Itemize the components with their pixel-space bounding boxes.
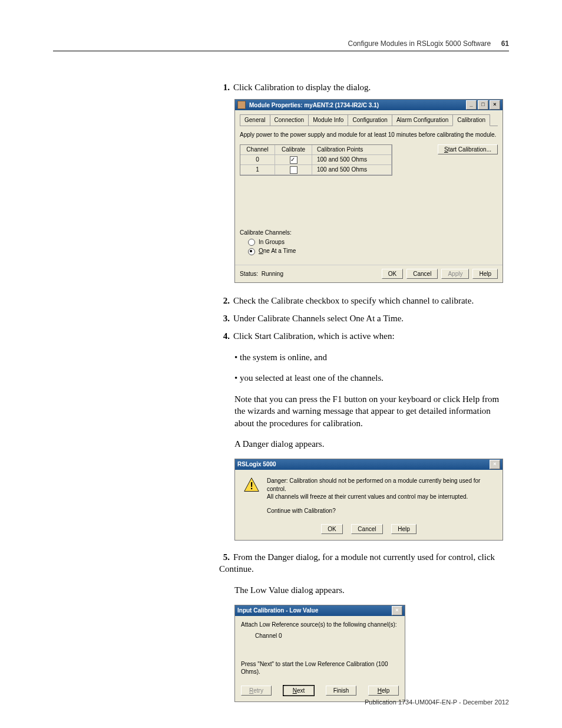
step-5: 5.From the Danger dialog, for a module n… — [219, 551, 509, 575]
low-value-title: Input Calibration - Low Value — [237, 607, 318, 615]
step-1: 1.Click Calibration to display the dialo… — [219, 81, 509, 93]
warning-icon: ! — [243, 477, 260, 493]
lv-line1: Attach Low Reference source(s) to the fo… — [241, 621, 399, 629]
lv-line3: Press "Next" to start the Low Reference … — [241, 660, 399, 676]
step-4-note: Note that you can press the F1 button on… — [234, 393, 509, 429]
grid-row-0: 0 100 and 500 Ohms — [240, 155, 392, 165]
step-4-bullet-2: • you selected at least one of the chann… — [243, 372, 509, 384]
page-number: 61 — [501, 39, 509, 48]
next-button[interactable]: Next — [283, 686, 314, 696]
channel-grid: Channel Calibrate Calibration Points 0 1… — [240, 144, 392, 176]
step-2: 2.Check the Calibrate checkbox to specif… — [219, 295, 509, 307]
header-rule — [53, 51, 509, 51]
help-button[interactable]: Help — [472, 269, 498, 279]
danger-line-2: All channels will freeze at their curren… — [267, 493, 494, 501]
finish-button[interactable]: Finish — [326, 686, 356, 696]
danger-dialog: RSLogix 5000 × ! Danger: Calibration sho… — [234, 459, 503, 541]
tab-connection[interactable]: Connection — [270, 114, 309, 126]
lv-help-button[interactable]: Help — [368, 686, 399, 696]
low-value-titlebar: Input Calibration - Low Value × — [235, 605, 405, 616]
cancel-button[interactable]: Cancel — [406, 269, 438, 279]
main-content: 1.Click Calibration to display the dialo… — [219, 81, 509, 702]
close-icon[interactable]: × — [490, 100, 500, 110]
page-header: Configure Modules in RSLogix 5000 Softwa… — [348, 39, 509, 48]
grid-row-1: 1 100 and 500 Ohms — [240, 165, 392, 175]
page: Configure Modules in RSLogix 5000 Softwa… — [0, 0, 562, 728]
apply-button[interactable]: Apply — [441, 269, 469, 279]
calibrate-checkbox-1[interactable] — [290, 166, 297, 174]
tab-general[interactable]: General — [240, 114, 270, 126]
danger-title: RSLogix 5000 — [237, 460, 276, 469]
chapter-title: Configure Modules in RSLogix 5000 Softwa… — [348, 39, 491, 48]
danger-titlebar: RSLogix 5000 × — [235, 459, 503, 470]
radio-in-groups[interactable]: In Groups — [248, 238, 498, 246]
col-points: Calibration Points — [312, 145, 392, 155]
calibrate-checkbox-0[interactable] — [290, 156, 297, 164]
step-3: 3.Under Calibrate Channels select One At… — [219, 312, 509, 324]
calibrate-channels-label: Calibrate Channels: — [240, 229, 498, 237]
danger-line-3: Continue with Calibration? — [267, 507, 494, 515]
radio-one-at-a-time[interactable]: One At a Time — [248, 247, 498, 255]
close-icon[interactable]: × — [490, 460, 500, 469]
col-calibrate: Calibrate — [275, 145, 312, 155]
start-calibration-button[interactable]: Start Calibration... — [438, 144, 498, 154]
power-note: Apply power to the power supply and modu… — [240, 131, 498, 139]
ok-button[interactable]: OK — [382, 269, 403, 279]
maximize-icon[interactable]: □ — [478, 100, 488, 110]
minimize-icon[interactable]: _ — [466, 100, 477, 110]
tab-alarm-configuration[interactable]: Alarm Configuration — [392, 114, 453, 126]
dialog-titlebar: Module Properties: myAENT:2 (1734-IR2/C … — [235, 100, 503, 110]
tab-configuration[interactable]: Configuration — [348, 114, 392, 126]
low-value-dialog: Input Calibration - Low Value × Attach L… — [234, 605, 405, 702]
step-4-bullet-1: • the system is online, and — [243, 351, 509, 363]
module-properties-dialog: Module Properties: myAENT:2 (1734-IR2/C … — [234, 99, 503, 283]
app-icon — [237, 101, 246, 109]
tab-module-info[interactable]: Module Info — [308, 114, 348, 126]
danger-line-1: Danger: Calibration should not be perfor… — [267, 477, 494, 493]
col-channel: Channel — [240, 145, 275, 155]
step-4: 4.Click Start Calibration, which is acti… — [219, 330, 509, 342]
danger-help-button[interactable]: Help — [391, 524, 416, 534]
lv-channel: Channel 0 — [255, 632, 399, 640]
danger-ok-button[interactable]: OK — [321, 524, 342, 534]
danger-cancel-button[interactable]: Cancel — [351, 524, 382, 534]
status-value: Running — [262, 270, 283, 278]
svg-text:!: ! — [250, 481, 253, 491]
close-icon[interactable]: × — [392, 606, 402, 615]
publication-footer: Publication 1734-UM004F-EN-P - December … — [365, 699, 509, 706]
retry-button[interactable]: Retry — [241, 686, 272, 696]
dialog-title: Module Properties: myAENT:2 (1734-IR2/C … — [249, 101, 379, 110]
tab-calibration[interactable]: Calibration — [452, 114, 490, 126]
low-value-intro: The Low Value dialog appears. — [234, 584, 509, 596]
tab-strip: General Connection Module Info Configura… — [240, 114, 498, 126]
status-label: Status: — [240, 270, 258, 278]
danger-dialog-intro: A Danger dialog appears. — [234, 438, 509, 450]
